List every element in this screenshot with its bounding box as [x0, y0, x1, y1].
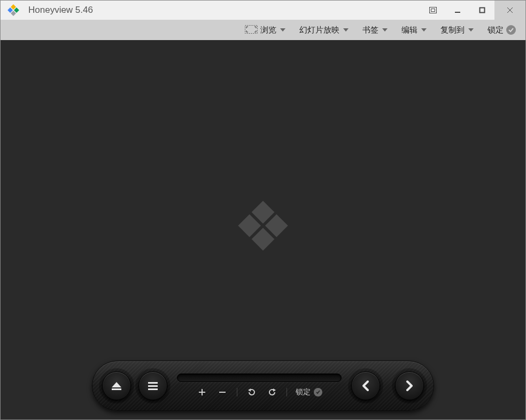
chevron-right-icon	[404, 380, 415, 392]
menu-lock[interactable]: 锁定	[488, 25, 516, 35]
titlebar: Honeyview 5.46	[1, 1, 525, 20]
menu-label: 编辑	[401, 25, 417, 35]
chevron-down-icon	[280, 28, 285, 32]
lock-toggle[interactable]: 锁定	[296, 387, 322, 397]
next-button[interactable]	[395, 371, 424, 400]
menu-label: 浏览	[260, 25, 276, 35]
check-circle-icon	[314, 388, 322, 396]
zoom-in-button[interactable]	[196, 386, 208, 398]
chevron-down-icon	[343, 28, 349, 32]
mini-controls: 锁定	[177, 386, 342, 398]
menu-bookmark[interactable]: 书签	[362, 25, 388, 35]
hamburger-icon	[146, 379, 159, 392]
chevron-down-icon	[382, 28, 388, 32]
chevron-down-icon	[421, 28, 427, 32]
svg-rect-7	[480, 8, 485, 13]
menu-edit[interactable]: 编辑	[401, 25, 427, 35]
placeholder-logo-icon	[234, 196, 292, 257]
menu-button[interactable]	[138, 371, 167, 400]
svg-marker-24	[273, 388, 276, 392]
toolbar: 浏览 幻灯片放映 书签 编辑 复制到 锁定	[1, 20, 525, 40]
separator	[287, 388, 287, 396]
window-controls	[421, 1, 525, 20]
chevron-down-icon	[468, 28, 474, 32]
minus-icon	[218, 388, 227, 396]
svg-rect-4	[430, 7, 437, 13]
menu-label: 锁定	[488, 25, 504, 35]
rotate-left-button[interactable]	[246, 386, 258, 398]
svg-rect-5	[431, 9, 435, 12]
prev-button[interactable]	[351, 371, 380, 400]
undo-icon	[247, 387, 257, 397]
svg-rect-18	[148, 385, 158, 387]
svg-rect-19	[148, 388, 158, 390]
check-circle-icon	[506, 25, 516, 35]
chevron-left-icon	[360, 380, 372, 392]
menu-copyto[interactable]: 复制到	[440, 25, 474, 35]
lock-label: 锁定	[296, 387, 311, 397]
svg-marker-23	[248, 388, 251, 392]
menu-slideshow[interactable]: 幻灯片放映	[299, 25, 349, 35]
control-bar-center: 锁定	[177, 374, 342, 398]
fullscreen-button[interactable]	[421, 1, 445, 20]
eject-icon	[110, 379, 123, 392]
svg-rect-16	[112, 388, 121, 390]
menu-label: 复制到	[440, 25, 465, 35]
progress-track[interactable]	[177, 374, 342, 382]
svg-rect-17	[148, 382, 158, 384]
rotate-right-button[interactable]	[266, 386, 278, 398]
close-button[interactable]	[494, 1, 525, 20]
app-logo-icon	[6, 3, 21, 18]
menu-label: 书签	[362, 25, 378, 35]
menu-browse[interactable]: 浏览	[245, 25, 285, 35]
redo-icon	[267, 387, 277, 397]
fit-window-icon	[245, 25, 258, 35]
menu-label: 幻灯片放映	[299, 25, 339, 35]
separator	[237, 388, 237, 396]
nav-buttons	[351, 371, 424, 400]
svg-marker-15	[112, 382, 121, 387]
maximize-button[interactable]	[470, 1, 494, 20]
minimize-button[interactable]	[445, 1, 470, 20]
control-bar: 锁定	[92, 361, 434, 411]
image-canvas[interactable]: 锁定	[1, 40, 525, 419]
zoom-out-button[interactable]	[216, 386, 228, 398]
plus-icon	[198, 388, 206, 396]
app-title: Honeyview 5.46	[28, 5, 93, 15]
open-file-button[interactable]	[102, 371, 131, 400]
